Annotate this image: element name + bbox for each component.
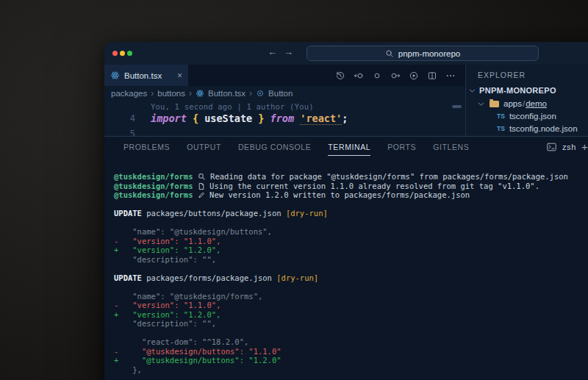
pencil-icon — [198, 190, 205, 199]
breadcrumb-item-packages[interactable]: packages — [111, 89, 147, 98]
code-line-4: 4 import { useState } from 'react'; — [104, 111, 465, 126]
zoom-window-button[interactable] — [127, 51, 132, 56]
shell-name[interactable]: zsh — [562, 143, 576, 151]
line-number: 5 — [104, 128, 135, 136]
text-segment: "name": "@tuskdesign/forms", — [114, 292, 262, 301]
text-segment: packages/forms/package.json — [142, 273, 276, 282]
text-segment: "description": "", — [114, 319, 216, 328]
history-nav: ← → — [268, 46, 293, 57]
text-segment: @tuskdesign/forms — [114, 172, 193, 181]
forward-icon[interactable]: → — [284, 46, 293, 57]
traffic-lights — [112, 51, 132, 56]
chevron-down-icon — [477, 100, 485, 108]
root-folder-label: PNPM-MONOREPO — [479, 86, 556, 95]
terminal-line: + "version": "1.2.0", — [114, 245, 588, 255]
title-bar: ← → pnpm-monorepo — [104, 42, 588, 65]
symbol-class-icon — [256, 89, 265, 98]
terminal-line: }, — [114, 365, 588, 375]
editor-actions — [335, 71, 456, 81]
chevron-right-icon: › — [189, 88, 192, 98]
tab-button-tsx[interactable]: Button.tsx × — [104, 65, 188, 86]
text-segment: - "@tuskdesign/buttons": "1.1.0" — [114, 347, 282, 356]
react-icon — [110, 71, 120, 80]
editor-column: Button.tsx × — [104, 65, 465, 136]
folder-icon — [490, 101, 499, 107]
terminal-line: @tuskdesign/forms New version 1.2.0 writ… — [114, 190, 588, 200]
explorer-file-tsconfig-node[interactable]: TS tsconfig.node.json — [497, 124, 578, 133]
timeline-history-icon[interactable] — [335, 71, 345, 81]
search-icon — [198, 172, 206, 181]
bottom-panel: PROBLEMS OUTPUT DEBUG CONSOLE TERMINAL P… — [104, 136, 588, 380]
explorer-header[interactable]: EXPLORER — [478, 71, 526, 79]
text-segment: { — [193, 112, 204, 124]
terminal-output[interactable]: @tuskdesign/forms Reading data for packa… — [104, 172, 588, 374]
vscode-window: ← → pnpm-monorepo — [104, 42, 588, 380]
terminal-line: UPDATE packages/buttons/package.json [dr… — [114, 209, 588, 218]
text-segment: Using the current version 1.1.0 already … — [205, 182, 539, 190]
close-tab-icon[interactable]: × — [177, 71, 182, 80]
text-segment: from — [264, 112, 300, 124]
terminal-line: + "version": "1.2.0", — [114, 310, 588, 320]
chevron-down-icon — [468, 87, 476, 95]
command-center-search[interactable]: pnpm-monorepo — [306, 46, 539, 61]
code-editor[interactable]: You, 1 second ago | 1 author (You) 4 imp… — [104, 101, 465, 136]
close-window-button[interactable] — [112, 51, 118, 56]
tab-problems[interactable]: PROBLEMS — [123, 143, 170, 151]
change-icon[interactable] — [372, 71, 382, 81]
tab-output[interactable]: OUTPUT — [187, 143, 221, 151]
chevron-right-icon: › — [249, 88, 252, 98]
tab-ports[interactable]: PORTS — [387, 143, 416, 151]
text-segment: + "version": "1.2.0", — [114, 310, 220, 319]
terminal-line — [114, 329, 588, 338]
explorer-root-folder[interactable]: PNPM-MONOREPO — [468, 86, 556, 95]
tab-title: Button.tsx — [124, 71, 162, 80]
code-line-5-clipped: 5 — [104, 128, 148, 136]
terminal-line: "description": "", — [114, 319, 588, 329]
text-segment: packages/buttons/package.json — [142, 209, 286, 218]
text-segment: [dry-run] — [276, 273, 318, 282]
more-actions-icon[interactable] — [445, 71, 456, 81]
terminal-line: - "@tuskdesign/buttons": "1.1.0" — [114, 347, 588, 356]
breadcrumb-item-buttons[interactable]: buttons — [157, 89, 185, 98]
tab-debug-console[interactable]: DEBUG CONSOLE — [238, 143, 311, 151]
scrollbar-thumb[interactable] — [452, 105, 462, 108]
text-segment: + "@tuskdesign/buttons": "1.2.0" — [114, 356, 282, 365]
previous-change-icon[interactable] — [354, 71, 364, 81]
text-segment: ; — [342, 112, 348, 124]
terminal-line: @tuskdesign/forms Reading data for packa… — [114, 172, 588, 182]
text-segment: "react-dom": "^18.2.0", — [114, 337, 248, 346]
text-segment: UPDATE — [114, 209, 142, 218]
text-segment: "name": "@tuskdesign/buttons", — [114, 227, 272, 236]
terminal-line: - "version": "1.1.0", — [114, 301, 588, 310]
terminal-line: @tuskdesign/forms Using the current vers… — [114, 182, 588, 191]
terminal-shell-selector: zsh + — [546, 137, 588, 157]
split-editor-icon[interactable] — [427, 71, 437, 81]
minimize-window-button[interactable] — [120, 51, 125, 56]
git-blame-annotation: You, 1 second ago | 1 author (You) — [151, 102, 314, 111]
next-change-icon[interactable] — [390, 71, 401, 81]
text-segment: "description": "", — [114, 255, 216, 264]
editor-tab-bar: Button.tsx × — [104, 65, 465, 86]
terminal-line — [114, 282, 588, 292]
text-segment: + "version": "1.2.0", — [114, 245, 220, 254]
file-label: tsconfig.json — [509, 112, 556, 121]
back-icon[interactable]: ← — [268, 46, 277, 57]
breadcrumb-item-symbol[interactable]: Button — [268, 89, 293, 98]
tab-gitlens[interactable]: GITLENS — [433, 143, 469, 151]
code-line-content[interactable]: import { useState } from 'react'; — [151, 111, 348, 126]
file-icon — [198, 182, 205, 190]
terminal-icon[interactable] — [546, 142, 557, 152]
react-icon — [196, 89, 204, 98]
tab-terminal[interactable]: TERMINAL — [328, 143, 370, 156]
explorer-folder-apps-demo[interactable]: apps/demo — [477, 99, 547, 108]
run-icon[interactable] — [409, 71, 419, 81]
explorer-file-tsconfig[interactable]: TS tsconfig.json — [497, 112, 556, 121]
text-segment: 'react' — [300, 112, 342, 125]
text-segment: New version 1.2.0 written to packages/fo… — [205, 190, 470, 199]
terminal-line: "react-dom": "^18.2.0", — [114, 337, 588, 347]
breadcrumb-item-file[interactable]: Button.tsx — [208, 89, 245, 98]
new-terminal-icon[interactable]: + — [581, 140, 588, 153]
terminal-line — [114, 218, 588, 228]
text-segment: @tuskdesign/forms — [114, 182, 193, 190]
text-segment: UPDATE — [114, 273, 142, 282]
